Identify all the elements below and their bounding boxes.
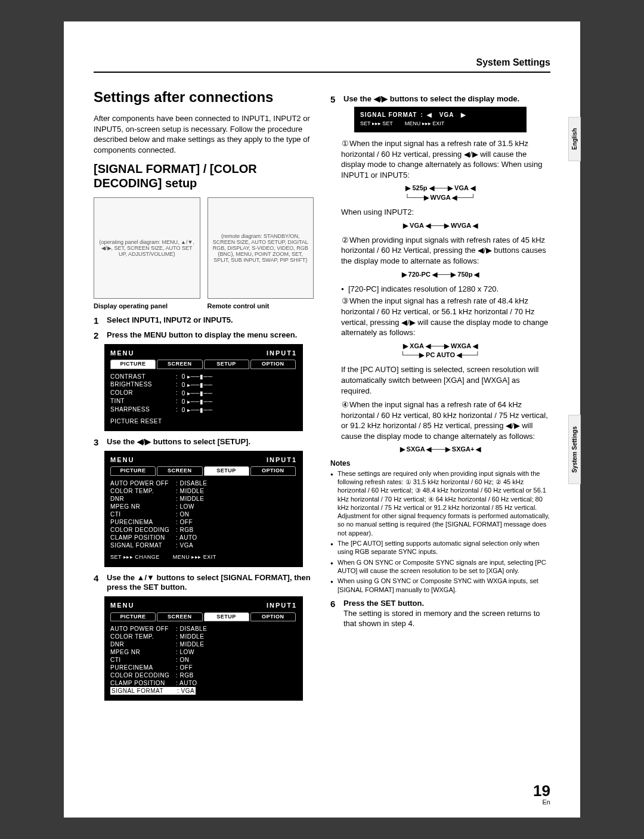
- osd2-tab-setup: SETUP: [204, 466, 249, 476]
- para-1b: When using INPUT2:: [341, 207, 550, 218]
- note-item: When G ON SYNC or Composite SYNC signals…: [330, 558, 550, 575]
- osd2-row: MPEG NR: LOW: [110, 503, 297, 510]
- osd3-row: COLOR DECODING: RGB: [110, 671, 297, 679]
- osd2-tab-option: OPTION: [250, 466, 296, 476]
- osd1-r3: TINT: [110, 397, 176, 405]
- osd1-r2: COLOR: [110, 389, 176, 397]
- osd3-menu: MENU: [110, 601, 134, 609]
- sig-right-arrow-icon: ▶: [461, 112, 466, 118]
- para-3b: If the [PC AUTO] setting is selected, sc…: [341, 364, 550, 396]
- flow-4: ▶ SXGA ◀───▶ SXGA+ ◀: [348, 445, 532, 454]
- bullet-720pc: [720-PC] indicates resolution of 1280 x …: [341, 284, 550, 295]
- step-3-text: Use the ◀/▶ buttons to select [SETUP].: [107, 437, 314, 447]
- para-2-text: When providing input signals with refres…: [341, 236, 546, 265]
- caption-operating-panel: Display operating panel: [94, 302, 200, 309]
- step-4: 4 Use the ▲/▼ buttons to select [SIGNAL …: [94, 573, 314, 593]
- osd3-row: SIGNAL FORMAT: VGA: [110, 687, 297, 695]
- step-2-num: 2: [94, 330, 102, 340]
- osd2-menu: MENU: [110, 456, 134, 464]
- flow-3: ▶ XGA ◀───▶ WXGA ◀ └───▶ PC AUTO ◀───┘: [348, 342, 532, 360]
- step-2: 2 Press the MENU button to display the m…: [94, 330, 314, 340]
- osd2-input: INPUT1: [267, 456, 297, 464]
- para-4-text: When the input signal has a refresh rate…: [341, 400, 548, 441]
- para-4: ④When the input signal has a refresh rat…: [341, 400, 550, 441]
- diagram-captions: Display operating panel Remote control u…: [94, 302, 314, 309]
- osd2-row: CLAMP POSITION: AUTO: [110, 534, 297, 541]
- page-number: 19 En: [533, 783, 550, 806]
- osd-signal-format: SIGNAL FORMAT : ◀ VGA ▶ SET ▸▸▸ SETMENU …: [354, 107, 527, 132]
- osd1-input: INPUT1: [267, 349, 297, 357]
- sig-left-arrow-icon: ◀: [427, 112, 432, 118]
- osd3-row: DNR: MIDDLE: [110, 640, 297, 648]
- osd1-tab-screen: SCREEN: [157, 360, 202, 369]
- step-6: 6 Press the SET button.The setting is st…: [330, 599, 550, 629]
- para-3-text: When the input signal has a refresh rate…: [341, 296, 548, 337]
- osd3-row: COLOR TEMP.: MIDDLE: [110, 633, 297, 640]
- slider-icon: [182, 389, 213, 397]
- step-2-text: Press the MENU button to display the men…: [107, 330, 314, 340]
- manual-page: System Settings English System Settings …: [64, 21, 580, 818]
- osd2-tab-picture: PICTURE: [110, 466, 156, 476]
- step-6-text: Press the SET button.: [343, 599, 424, 608]
- step-6-after: The setting is stored in memory and the …: [343, 609, 540, 628]
- page-number-lang: En: [543, 798, 550, 806]
- side-tab-language: English: [568, 117, 581, 161]
- osd1-menu: MENU: [110, 349, 134, 357]
- osd-picture-menu: MENUINPUT1 PICTURE SCREEN SETUP OPTION C…: [104, 344, 303, 431]
- osd2-foot-r: MENU ▸▸▸ EXIT: [173, 554, 216, 561]
- sig-foot-l: SET ▸▸▸ SET: [360, 120, 393, 126]
- step-3-num: 3: [94, 437, 102, 447]
- para-2: ②When providing input signals with refre…: [341, 235, 550, 267]
- osd2-row: COLOR TEMP.: MIDDLE: [110, 487, 297, 495]
- sig-sep: :: [420, 112, 423, 118]
- osd3-tab-screen: SCREEN: [157, 612, 202, 622]
- flow-2: ▶ 720-PC ◀───▶ 750p ◀: [348, 270, 532, 279]
- osd2-foot-l: SET ▸▸▸ CHANGE: [110, 554, 160, 561]
- step-4-text: Use the ▲/▼ buttons to select [SIGNAL FO…: [107, 573, 314, 593]
- slider-icon: [182, 381, 213, 389]
- osd2-row: DNR: MIDDLE: [110, 495, 297, 503]
- osd1-tab-setup: SETUP: [204, 360, 249, 369]
- sig-value: VGA: [436, 112, 458, 118]
- osd3-row: MPEG NR: LOW: [110, 648, 297, 656]
- h2-signal-format-color-decoding: [SIGNAL FORMAT] / [COLOR DECODING] setup: [94, 162, 314, 190]
- step-1-text: Select INPUT1, INPUT2 or INPUT5.: [107, 315, 314, 326]
- osd3-tab-option: OPTION: [250, 612, 296, 622]
- slider-icon: [182, 406, 213, 414]
- slider-icon: [182, 373, 213, 380]
- osd-setup-menu: MENUINPUT1 PICTURE SCREEN SETUP OPTION A…: [104, 451, 303, 567]
- osd2-row: CTI: ON: [110, 510, 297, 518]
- section-header: System Settings: [94, 57, 550, 68]
- note-item: These settings are required only when pr…: [330, 469, 550, 537]
- h1-settings-after-connections: Settings after connections: [94, 89, 314, 105]
- osd1-reset: PICTURE RESET: [110, 417, 297, 425]
- osd2-tab-screen: SCREEN: [157, 466, 202, 476]
- para-1: ①When the input signal has a refresh rat…: [341, 138, 550, 180]
- osd3-input: INPUT1: [267, 601, 297, 609]
- diagram-operating-panel: (operating panel diagram: MENU, ▲/▼, ◀/▶…: [94, 197, 200, 299]
- osd1-tab-option: OPTION: [250, 360, 296, 369]
- page-number-value: 19: [533, 783, 550, 798]
- notes-heading: Notes: [330, 459, 550, 468]
- flow-1b: ▶ VGA ◀───▶ WVGA ◀: [348, 221, 532, 230]
- osd1-r1: BRIGHTNESS: [110, 380, 176, 389]
- flow-1: ▶ 525p ◀───▶ VGA ◀ └───▶ WVGA ◀───┘: [348, 184, 532, 202]
- osd2-row: SIGNAL FORMAT: VGA: [110, 541, 297, 549]
- osd2-row: COLOR DECODING: RGB: [110, 526, 297, 534]
- osd3-row: CLAMP POSITION: AUTO: [110, 679, 297, 687]
- osd3-row: CTI: ON: [110, 656, 297, 664]
- osd1-r4: SHARPNESS: [110, 405, 176, 414]
- osd2-row: PURECINEMA: OFF: [110, 518, 297, 526]
- diagram-remote-control: (remote diagram: STANDBY/ON, SCREEN SIZE…: [208, 197, 314, 299]
- left-column: Settings after connections After compone…: [94, 89, 314, 707]
- note-item: The [PC AUTO] setting supports automatic…: [330, 539, 550, 556]
- osd1-r0: CONTRAST: [110, 373, 176, 381]
- step-6-num: 6: [330, 599, 339, 629]
- para-3: ③When the input signal has a refresh rat…: [341, 296, 550, 338]
- note-item: When using G ON SYNC or Composite SYNC w…: [330, 577, 550, 594]
- step-5-num: 5: [330, 94, 339, 104]
- osd2-row: AUTO POWER OFF: DISABLE: [110, 479, 297, 487]
- para-1-text: When the input signal has a refresh rate…: [341, 139, 542, 179]
- slider-icon: [182, 398, 213, 405]
- sig-label: SIGNAL FORMAT: [360, 112, 417, 118]
